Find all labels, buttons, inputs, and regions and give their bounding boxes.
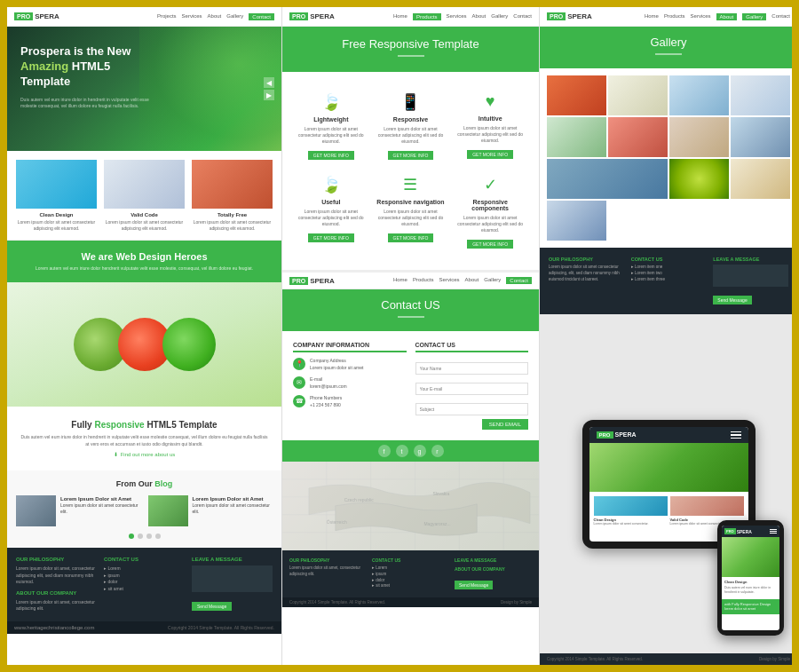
blog-dot-4[interactable] [155,534,161,539]
feature-label-1: Clean Design [16,212,97,217]
right-nav-products[interactable]: Products [664,13,685,20]
phone-ham-2 [770,531,777,532]
gallery-cell-11[interactable] [731,159,790,199]
mid-nav-services[interactable]: Services [447,13,467,20]
feat-nav: ☰ Responsive navigation Lorem ipsum dolo… [371,168,451,257]
devices-section: PRO SPERA [540,314,792,653]
feat-useful: 🍃 Useful Lorem ipsum dolor sit amet cons… [291,168,371,257]
feat-btn-useful[interactable]: GET MORE INFO [308,233,354,242]
contact-info-title: COMPANY INFORMATION [293,342,407,352]
phone-content: Clean Design Duis autem vel eum iriure d… [722,577,779,597]
feat-desc-intuitive: Lorem ipsum dolor sit amet consectetur a… [455,125,526,144]
right-nav-home[interactable]: Home [645,13,659,20]
feat-icon-leaf: 🍃 [296,92,367,112]
phil-col3: LEAVE A MESSAGE Send Message [713,257,788,305]
hero-subtitle: Duis autem vel eum iriure dolor in hendr… [20,97,154,109]
mid-c-nav-contact[interactable]: Contact [506,277,532,284]
gallery-cell-10[interactable] [669,159,729,199]
contact-name-input[interactable] [415,362,529,375]
message-input-area [192,565,273,592]
social-twitter[interactable]: t [396,445,408,457]
phone-hamburger-icon[interactable] [770,529,777,534]
mid-nav-products[interactable]: Products [413,13,441,20]
right-nav-gallery[interactable]: Gallery [742,13,766,20]
email-text: E-maillorem@ipsum.com [310,376,347,390]
send-message-btn[interactable]: Send Message [192,602,232,611]
mid-nav-contact[interactable]: Contact [513,13,532,20]
gallery-cell-1[interactable] [547,75,606,115]
responsive-link[interactable]: ⬇ Find out more about us [20,451,268,457]
mid-nav-bar: PRO SPERA Home Products Services About G… [282,7,539,27]
contact-send-btn[interactable]: SEND EMAIL [482,419,528,430]
hero-title: Prospera is the New Amazing HTML5Templat… [20,44,154,90]
feat-icon-components: ✓ [455,175,526,194]
mid-footer-send-btn[interactable]: Send Message [455,581,493,589]
mid-c-nav-services[interactable]: Services [439,277,460,284]
phil-col1-title: OUR PHILOSOPHY [549,257,624,262]
feat-icon-responsive: 📱 [376,92,447,112]
nav-contact[interactable]: Contact [249,13,274,20]
blog-thumb-1 [16,495,56,526]
nav-gallery[interactable]: Gallery [226,13,243,20]
ham-line-1 [731,431,741,433]
feature-label-2: Valid Code [104,212,185,217]
mid-c-nav-home[interactable]: Home [393,277,407,284]
contact-subject-input[interactable] [415,403,529,415]
feat-btn-components[interactable]: GET MORE INFO [467,240,513,249]
right-nav-about[interactable]: About [716,13,738,20]
responsive-subtitle: Duis autem vel eum iriure dolor in hendr… [20,434,268,447]
social-facebook[interactable]: f [378,445,391,457]
mid-c-nav-about[interactable]: About [465,277,479,284]
left-column: PRO SPERA Projects Services About Galler… [7,7,282,665]
hero-leaf-decoration [139,27,281,151]
gallery-cell-9-wide[interactable] [547,159,668,199]
social-google[interactable]: g [414,445,426,457]
gallery-cell-6[interactable] [608,117,668,157]
right-nav-contact[interactable]: Contact [771,13,790,20]
blog-item-1: Lorem Ipsum Dolor sit Amet Lorem ipsum d… [16,495,141,526]
feat-btn-nav[interactable]: GET MORE INFO [388,233,434,242]
mid-footer-bottom: Copyright 2014 Simple Template. All Righ… [282,597,539,607]
social-rss[interactable]: r [431,445,444,457]
blog-title-highlight: Blog [154,479,172,488]
blog-dot-3[interactable] [146,534,152,539]
gallery-cell-4[interactable] [731,75,790,115]
mid-c-nav-products[interactable]: Products [413,277,434,284]
right-nav-services[interactable]: Services [691,13,711,20]
tablet-feat-1: Clean Design Lorem ipsum dolor sit amet … [594,496,668,526]
nav-services[interactable]: Services [182,13,202,20]
gallery-cell-5[interactable] [547,117,606,157]
mid-c-nav-gallery[interactable]: Gallery [484,277,501,284]
gallery-cell-7[interactable] [669,117,729,157]
feat-btn-responsive[interactable]: GET MORE INFO [388,151,434,160]
gallery-cell-8[interactable] [731,117,790,157]
footer-col1-text: Lorem ipsum dolor sit amet, consectetur … [16,565,97,586]
mid-nav-about[interactable]: About [472,13,487,20]
mid-footer-col2-text: ▸ Lorem▸ ipsum▸ dolor▸ sit amet [372,565,449,589]
mid-footer: OUR PHILOSOPHY Lorem ipsum dolor sit ame… [282,550,539,597]
feat-title-responsive: Responsive [376,116,447,123]
right-nav-items: Home Products Services About Gallery Con… [645,13,790,20]
blog-dot-2[interactable] [138,534,143,539]
feature-label-3: Totally Free [192,212,273,217]
contact-email-input[interactable] [415,383,529,395]
feat-btn-lightweight[interactable]: GET MORE INFO [308,151,354,160]
gallery-cell-2[interactable] [608,75,668,115]
gallery-cell-12[interactable] [547,201,606,241]
hero-arrow-up[interactable]: ◀ [264,77,274,88]
mid-nav-gallery[interactable]: Gallery [491,13,508,20]
tablet-hamburger-icon[interactable] [731,431,741,439]
hero-arrow-down[interactable]: ▶ [264,90,274,100]
phone-logo: PRO SPERA [724,528,752,534]
nav-projects[interactable]: Projects [157,13,177,20]
blog-dot-1[interactable] [129,534,134,539]
mid-nav-home[interactable]: Home [393,13,407,20]
feat-btn-intuitive[interactable]: GET MORE INFO [467,150,513,159]
hero-arrows: ◀ ▶ [264,77,274,100]
nav-about[interactable]: About [208,13,222,20]
phil-send-btn[interactable]: Send Message [713,296,751,304]
feature-clean-design: Clean Design Lorem ipsum dolor sit amet … [16,160,97,231]
gallery-cell-3[interactable] [669,75,729,115]
phone-mockup: PRO SPERA Clean Design [717,520,784,636]
feature-img-1 [16,160,97,209]
